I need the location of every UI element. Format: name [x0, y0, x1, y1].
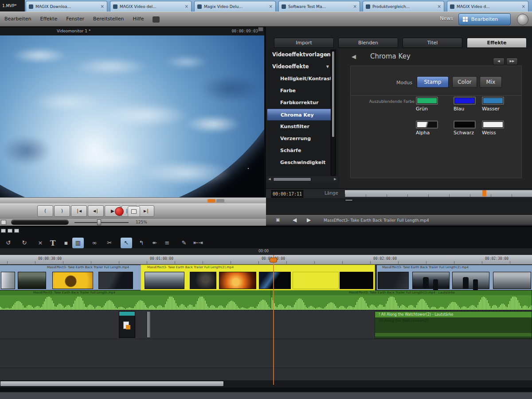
tree-item-helligkeit-kontrast[interactable]: Helligkeit/Kontrast: [267, 73, 338, 85]
thumbnail-figures[interactable]: [412, 272, 450, 289]
range-start-button[interactable]: (: [37, 205, 53, 217]
video-clip-group-1[interactable]: MassEffect3- Take Earth Back Trailer Ful…: [0, 265, 141, 290]
thumbnail-earth[interactable]: [259, 272, 291, 289]
tree-item-verzerrung[interactable]: Verzerrung: [267, 133, 338, 145]
delete-icon[interactable]: ×: [35, 238, 46, 248]
mode-button-color[interactable]: Color: [452, 76, 477, 88]
browser-tab[interactable]: Produktvergleich...×: [363, 1, 444, 12]
mini-scrollbar[interactable]: [266, 198, 532, 202]
audio-clip-1[interactable]: MassEffect3- Take Earth Back Trailer Ful…: [0, 290, 271, 310]
scrub-thumb[interactable]: [216, 199, 224, 203]
tree-item-videoeffekte[interactable]: Videoeffekte▼: [267, 61, 338, 73]
thumbnail-fire[interactable]: [219, 272, 256, 289]
tree-vertical-scrollbar[interactable]: [331, 50, 336, 176]
timeline-ruler[interactable]: 00:00:30:0000:01:00:0000:01:30:0000:02:0…: [0, 255, 532, 265]
effect-next-button[interactable]: ▶▶: [506, 58, 518, 65]
video-clip-group-3[interactable]: MassEffect3- Take Earth Back Trailer Ful…: [377, 265, 532, 290]
snap-back-icon[interactable]: ↰: [136, 238, 147, 248]
jog-mini-button[interactable]: [1, 220, 6, 225]
swatch-blue[interactable]: [454, 97, 476, 105]
thumbnail-gray[interactable]: [493, 272, 531, 289]
menu-item-bereitstellen[interactable]: Bereitstellen: [89, 12, 128, 27]
tab-blenden[interactable]: Blenden: [338, 38, 398, 48]
speed-slider[interactable]: [74, 222, 129, 223]
thumbnail-man[interactable]: [190, 272, 216, 289]
timeline-horizontal-scrollbar[interactable]: [0, 380, 532, 387]
app-title-tab[interactable]: 1.MVP*: [0, 0, 25, 12]
razor-icon[interactable]: ▥: [72, 238, 84, 248]
tree-item-sch-rfe[interactable]: Schärfe: [267, 145, 338, 156]
thumbnail-white[interactable]: [1, 272, 15, 289]
menu-item-bearbeiten[interactable]: Bearbeiten: [0, 12, 35, 27]
record-button[interactable]: [113, 205, 126, 217]
browser-tab[interactable]: MAGIX Downloa...×: [26, 1, 107, 12]
mode-button-stamp[interactable]: Stamp: [417, 76, 449, 88]
audio-clip-2[interactable]: MassEffect3- Take Earth Back Trailer Ful…: [271, 290, 532, 310]
pen-icon[interactable]: ✎: [178, 238, 190, 248]
tree-item-kunstfilter[interactable]: Kunstfilter: [267, 121, 338, 133]
effect-mini-ruler[interactable]: [345, 190, 532, 197]
menu-extra-icon[interactable]: [153, 16, 160, 23]
expand-arrow-icon[interactable]: ▶: [326, 49, 329, 61]
tree-item-geschwindigkeit[interactable]: Geschwindigkeit: [267, 156, 338, 168]
sliver-clip[interactable]: [147, 311, 151, 338]
scroll-left-arrow-icon[interactable]: ◀: [267, 176, 272, 182]
thumbnail-sunflower[interactable]: [52, 272, 93, 289]
next-file-icon[interactable]: ▶: [307, 217, 311, 223]
link-icon[interactable]: ∞: [89, 238, 100, 248]
app-round-button[interactable]: [517, 14, 528, 25]
swatch-water[interactable]: [482, 97, 504, 105]
scrollbar-thumb[interactable]: [0, 381, 224, 387]
news-link[interactable]: News: [440, 16, 453, 21]
thumbnail-land[interactable]: [18, 272, 46, 289]
shuttle-bar[interactable]: [11, 219, 69, 225]
tree-item-farbkorrektur[interactable]: Farbkorrektur: [267, 97, 338, 109]
tab-close-icon[interactable]: ×: [101, 4, 104, 9]
thumbnail-city[interactable]: [145, 272, 184, 289]
menu-item-effekte[interactable]: Effekte: [35, 12, 62, 27]
tab-close-icon[interactable]: ×: [353, 4, 357, 9]
video-clip-group-2[interactable]: MassEffect3- Take Earth Back Trailer Ful…: [141, 265, 375, 290]
speed-slider-handle[interactable]: [97, 219, 101, 225]
playhead-marker[interactable]: [270, 258, 277, 262]
swatch-alpha[interactable]: [416, 121, 438, 129]
tab-effekte[interactable]: Effekte: [467, 38, 527, 48]
monitor-menu-button[interactable]: [258, 27, 263, 31]
scrub-position-marker[interactable]: [207, 199, 215, 203]
browser-tab[interactable]: Magix Video Delu...×: [194, 1, 276, 12]
expand-arrow-icon[interactable]: ▼: [326, 61, 329, 73]
scrollbar-thumb[interactable]: [332, 51, 335, 137]
prev-frame-button[interactable]: ◀|: [88, 205, 104, 217]
scissors-icon[interactable]: ✂: [104, 238, 115, 248]
swatch-black[interactable]: [454, 121, 476, 129]
monitor-scrub-bar[interactable]: [0, 197, 266, 203]
browser-tab[interactable]: MAGIX Video del...×: [110, 1, 192, 12]
thumbnail-cliff[interactable]: [98, 272, 133, 289]
tab-close-icon[interactable]: ×: [522, 4, 525, 9]
music-clip[interactable]: ! All Along the Watchtower(2) - Lautstär…: [375, 311, 532, 339]
mode-button-mix[interactable]: Mix: [480, 76, 502, 88]
undo-icon[interactable]: ↺: [3, 238, 14, 248]
back-arrow-icon[interactable]: ◀: [352, 53, 356, 60]
jump-start-button[interactable]: |◀: [71, 205, 87, 217]
scrollbar-thumb[interactable]: [273, 177, 311, 181]
window-mini-button[interactable]: [14, 229, 19, 233]
tab-close-icon[interactable]: ×: [185, 4, 188, 9]
tab-titel[interactable]: Titel: [403, 38, 462, 48]
scroll-right-arrow-icon[interactable]: ▶: [332, 176, 338, 182]
tab-close-icon[interactable]: ×: [438, 4, 441, 9]
tree-horizontal-scrollbar[interactable]: ◀ ▶: [267, 176, 338, 182]
tree-item-videoeffektvorlagen[interactable]: Videoeffektvorlagen▶: [267, 49, 338, 61]
stop-button[interactable]: [128, 206, 140, 217]
range-icon[interactable]: ⇤⇥: [192, 238, 204, 248]
mouse-mode-icon[interactable]: ↖: [121, 238, 132, 248]
mini-ruler-playhead[interactable]: [482, 190, 486, 196]
object-icon[interactable]: ▪: [60, 238, 72, 248]
thumbnail-yellow[interactable]: [293, 272, 339, 289]
swatch-white[interactable]: [482, 121, 504, 129]
title-object-clip[interactable]: [119, 311, 135, 338]
menu-item-hilfe[interactable]: Hilfe: [128, 12, 148, 27]
tab-close-icon[interactable]: ×: [269, 4, 273, 9]
range-end-button[interactable]: ): [54, 205, 70, 217]
prev-file-icon[interactable]: ◀: [293, 217, 297, 223]
